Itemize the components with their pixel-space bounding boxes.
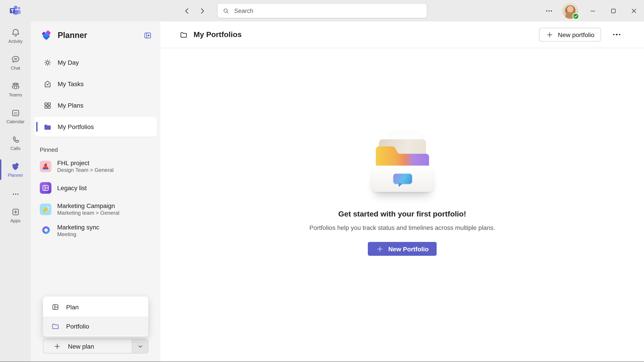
pinned-item-subtitle: Marketing team > General	[57, 210, 119, 216]
rail-item-planner[interactable]: Planner	[0, 156, 31, 183]
pinned-item-text: FHL project Design Team > General	[57, 159, 114, 174]
menu-item-portfolio[interactable]: Portfolio	[43, 317, 148, 336]
chevron-right-icon	[198, 6, 206, 15]
selected-indicator	[36, 122, 38, 132]
sidebar-item-my-portfolios[interactable]: My Portfolios	[34, 117, 157, 137]
plus-icon	[376, 245, 384, 253]
empty-state-subtitle: Portfolios help you track status and tim…	[309, 224, 495, 231]
legacy-list-icon	[40, 182, 52, 194]
planner-header: Planner	[31, 21, 160, 42]
search-input[interactable]	[233, 7, 422, 14]
sidebar-item-label: My Plans	[58, 102, 83, 109]
more-settings-button[interactable]	[540, 0, 558, 21]
empty-state: Get started with your first portfolio! P…	[160, 48, 644, 362]
chevron-left-icon	[182, 6, 191, 15]
new-plan-dropdown-button[interactable]	[132, 339, 148, 353]
search-icon	[222, 7, 230, 14]
more-horizontal-icon	[11, 190, 20, 199]
presence-available-badge	[572, 13, 579, 20]
pinned-item-subtitle: Design Team > General	[57, 167, 114, 174]
plus-icon	[53, 342, 61, 350]
rail-label: Activity	[8, 39, 22, 44]
rail-label: Calls	[10, 146, 20, 151]
main-row: Activity Chat Teams Calendar	[0, 21, 644, 362]
app-title: Planner	[58, 30, 141, 40]
pinned-section-label: Pinned	[40, 146, 160, 153]
pinned-item-subtitle: Meeting	[57, 231, 99, 238]
teams-people-icon	[10, 81, 20, 91]
pinned-item-legacy-list[interactable]: Legacy list	[31, 177, 160, 199]
menu-item-plan[interactable]: Plan	[43, 297, 148, 317]
illustration-gradient-folder	[376, 144, 429, 169]
teams-window: Activity Chat Teams Calendar	[0, 0, 644, 362]
pinned-item-fhl-project[interactable]: FHL project Design Team > General	[31, 156, 160, 177]
apps-plus-icon	[10, 207, 20, 217]
tasks-check-icon	[42, 79, 52, 89]
rail-item-activity[interactable]: Activity	[0, 22, 31, 49]
pinned-item-title: Marketing sync	[57, 224, 99, 231]
rail-item-calls[interactable]: Calls	[0, 129, 31, 156]
rail-item-teams[interactable]: Teams	[0, 76, 31, 103]
rail-gap	[0, 183, 31, 186]
portfolio-folder-icon	[51, 322, 60, 331]
new-portfolio-primary-button[interactable]: New Portfolio	[368, 242, 437, 256]
rail-item-calendar[interactable]: Calendar	[0, 103, 31, 129]
pinned-item-text: Marketing Campaign Marketing team > Gene…	[57, 202, 119, 216]
back-button[interactable]	[181, 5, 192, 16]
activity-bell-icon	[10, 28, 20, 37]
grid-icon	[42, 100, 52, 110]
rail-label: Apps	[10, 218, 20, 223]
rail-more-apps-button[interactable]	[0, 186, 31, 202]
plus-icon	[546, 30, 554, 39]
sun-icon	[42, 58, 52, 67]
history-nav	[181, 0, 208, 21]
dot	[616, 34, 618, 35]
new-plan-button[interactable]: New plan	[43, 339, 132, 353]
page-title: My Portfolios	[194, 30, 242, 39]
fhl-project-icon	[40, 161, 52, 172]
new-plan-label: New plan	[68, 343, 94, 350]
check-icon	[574, 14, 578, 18]
forward-button[interactable]	[196, 5, 208, 16]
rail-label: Teams	[9, 92, 22, 97]
illustration-sticker	[393, 174, 412, 184]
sidebar-item-label: My Portfolios	[58, 123, 94, 130]
sidebar-item-my-tasks[interactable]: My Tasks	[34, 74, 157, 94]
title-bar	[0, 0, 644, 21]
more-horizontal-icon	[544, 6, 553, 15]
collapse-sidebar-button[interactable]	[141, 28, 154, 42]
sidebar-item-label: My Day	[58, 59, 79, 66]
dot	[619, 34, 620, 35]
illustration-drawer	[371, 166, 433, 192]
close-button[interactable]	[624, 0, 644, 21]
portfolio-empty-illustration	[368, 130, 437, 194]
teams-logo-icon	[9, 4, 22, 17]
rail-item-chat[interactable]: Chat	[0, 49, 31, 76]
pinned-item-text: Marketing sync Meeting	[57, 224, 99, 238]
dot	[613, 34, 615, 35]
menu-item-label: Portfolio	[66, 323, 89, 330]
new-portfolio-primary-label: New Portfolio	[388, 245, 428, 252]
sidebar-item-my-plans[interactable]: My Plans	[34, 96, 157, 115]
create-menu-popup: Plan Portfolio	[43, 296, 148, 337]
app-rail: Activity Chat Teams Calendar	[0, 21, 31, 362]
pinned-item-marketing-campaign[interactable]: Marketing Campaign Marketing team > Gene…	[31, 199, 160, 220]
sidebar-item-my-day[interactable]: My Day	[34, 53, 157, 72]
rail-item-apps[interactable]: Apps	[0, 202, 31, 228]
close-icon	[630, 7, 638, 14]
pinned-item-marketing-sync[interactable]: Marketing sync Meeting	[31, 220, 160, 241]
maximize-button[interactable]	[603, 0, 624, 21]
folder-filled-icon	[42, 122, 52, 132]
portfolio-more-options-button[interactable]	[609, 28, 624, 41]
empty-state-title: Get started with your first portfolio!	[338, 210, 466, 219]
planner-sidebar: Planner My Day My Tasks	[31, 21, 160, 362]
search-box[interactable]	[218, 3, 427, 18]
planner-logo	[41, 29, 53, 41]
sidebar-nav: My Day My Tasks My Plans	[31, 53, 160, 137]
new-portfolio-button[interactable]: New portfolio	[539, 28, 601, 41]
profile-button[interactable]	[562, 3, 578, 19]
pinned-item-title: Marketing Campaign	[57, 202, 119, 210]
calls-phone-icon	[10, 135, 20, 145]
minimize-button[interactable]	[582, 0, 603, 21]
marketing-campaign-icon	[40, 203, 52, 215]
